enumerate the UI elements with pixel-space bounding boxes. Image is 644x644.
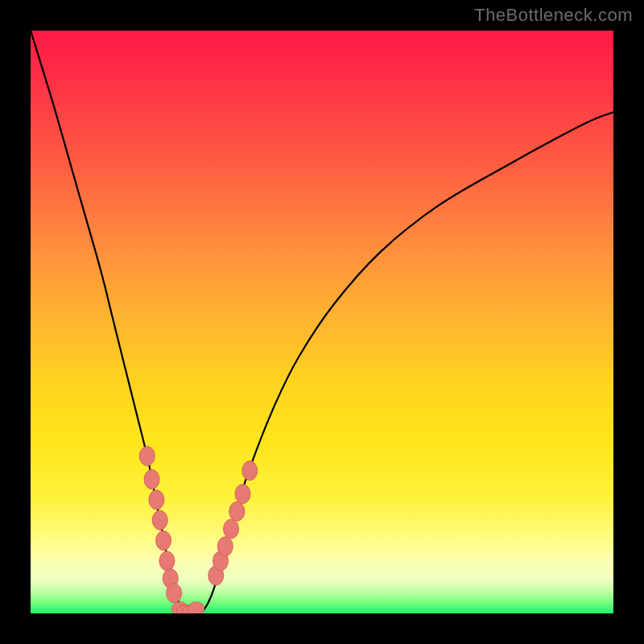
data-marker [167, 584, 182, 603]
watermark-text: TheBottleneck.com [474, 5, 633, 26]
bottleneck-curve [31, 31, 613, 613]
marker-cluster-right [208, 461, 258, 585]
data-marker [139, 447, 155, 466]
data-marker [152, 510, 167, 530]
data-marker [188, 602, 204, 613]
data-marker [144, 469, 159, 489]
marker-cluster-left [139, 447, 181, 603]
data-marker [235, 485, 250, 504]
data-marker [149, 490, 164, 510]
data-marker [156, 531, 171, 551]
chart-svg [31, 31, 613, 613]
chart-frame: TheBottleneck.com [0, 0, 644, 644]
data-marker [242, 461, 258, 481]
plot-area [31, 31, 613, 613]
data-marker [229, 502, 245, 521]
data-marker [217, 537, 233, 556]
data-marker [224, 519, 239, 539]
data-marker [159, 551, 175, 571]
marker-cluster-valley [171, 602, 204, 613]
